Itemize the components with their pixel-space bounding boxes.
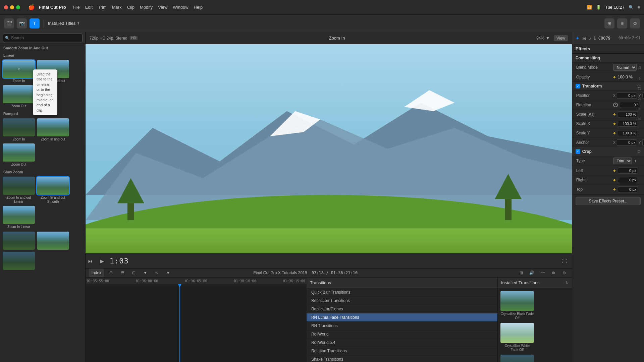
scale-y-controls: ◆ xyxy=(613,130,640,136)
menu-modify[interactable]: Modify xyxy=(140,5,153,10)
position-y-input[interactable] xyxy=(642,93,644,99)
list-item[interactable]: RollWorld xyxy=(307,330,497,339)
library-browser-icon[interactable]: 🎬 xyxy=(4,18,14,28)
fullscreen-button[interactable]: ⛶ xyxy=(560,256,569,266)
scale-y-input[interactable] xyxy=(618,130,638,136)
clip-options-button[interactable]: ⊡ xyxy=(129,268,138,277)
zoom-out-button[interactable]: ⊖ xyxy=(560,268,569,277)
zoom-in-button[interactable]: ⊕ xyxy=(549,268,558,277)
apple-icon[interactable]: 🍎 xyxy=(28,4,35,10)
timeline-dropdown-button[interactable]: ▼ xyxy=(141,268,150,277)
rewind-to-start-button[interactable]: ⏮ xyxy=(86,256,95,266)
list-item[interactable]: Zoom In and out Smooth xyxy=(37,177,69,204)
refresh-icon[interactable]: ↻ xyxy=(566,281,569,285)
list-item[interactable]: RN Transitions xyxy=(307,322,497,330)
scale-all-input[interactable] xyxy=(618,111,638,117)
list-item[interactable]: Shake Transitions xyxy=(307,355,497,362)
compositing-section-header[interactable]: Compositing xyxy=(572,54,644,63)
audio-icon[interactable]: ♪ xyxy=(589,36,591,41)
effects-icon[interactable]: ✦ xyxy=(576,36,580,41)
list-item[interactable]: Zoom In and out Linear xyxy=(3,177,35,204)
timeline-ruler: 01:35:55:00 01:36:00:00 01:36:05:00 01:3… xyxy=(86,278,307,362)
anchor-x-input[interactable] xyxy=(617,139,637,145)
crop-left-keyframe[interactable]: ◆ xyxy=(613,169,616,172)
installed-titles-label[interactable]: Installed Titles ⬆ xyxy=(48,21,79,26)
list-item[interactable]: Zoom In xyxy=(3,118,35,141)
play-button[interactable]: ▶ xyxy=(98,256,107,266)
filter-icon[interactable]: ⊟ xyxy=(582,36,586,41)
list-item[interactable]: Distort Black Fade Off xyxy=(500,355,534,362)
list-item[interactable]: Rotation Transitions xyxy=(307,347,497,355)
transform-checkbox[interactable]: ✓ xyxy=(576,84,580,88)
transform-section-header[interactable]: ✓ Transform ⊡ xyxy=(572,82,644,91)
position-x-input[interactable] xyxy=(617,93,637,99)
list-item[interactable]: Zoom Out xyxy=(3,143,35,167)
waveform-button[interactable]: 〰 xyxy=(538,268,547,277)
list-item[interactable] xyxy=(3,252,35,270)
menu-mark[interactable]: Mark xyxy=(112,5,122,10)
list-item[interactable]: RollWorld 5.4 xyxy=(307,339,497,347)
crop-right-keyframe[interactable]: ◆ xyxy=(613,178,616,182)
opacity-keyframe[interactable]: ◆ xyxy=(613,75,616,79)
list-icon[interactable]: ≡ xyxy=(617,18,627,28)
notification-icon[interactable]: ≡ xyxy=(638,5,640,10)
menu-edit[interactable]: Edit xyxy=(85,5,93,10)
list-item[interactable] xyxy=(37,232,69,250)
list-item[interactable]: Zoom In and out xyxy=(37,118,69,141)
list-item[interactable]: Crystallize Black Fade Off xyxy=(500,291,534,320)
anchor-y-input[interactable] xyxy=(642,139,644,145)
menu-file[interactable]: File xyxy=(73,5,80,10)
list-item[interactable]: Crystallize White Fade Off xyxy=(500,323,534,352)
clip-list-button[interactable]: ☰ xyxy=(118,268,127,277)
crop-checkbox[interactable]: ✓ xyxy=(576,149,580,154)
list-item[interactable]: Zoom Out xyxy=(3,85,35,108)
app-name[interactable]: Final Cut Pro xyxy=(39,5,66,10)
photos-browser-icon[interactable]: 📷 xyxy=(17,18,27,28)
minimize-button[interactable] xyxy=(10,5,14,9)
playback-timecode: 1:03 xyxy=(110,257,129,265)
info-icon[interactable]: ℹ xyxy=(594,36,596,41)
scale-y-keyframe[interactable]: ◆ xyxy=(613,131,616,135)
close-button[interactable] xyxy=(4,5,8,9)
fullscreen-button[interactable] xyxy=(16,5,20,9)
save-preset-button[interactable]: Save Effects Preset... xyxy=(576,197,641,205)
settings-icon[interactable]: ⚙ xyxy=(630,18,640,28)
crop-expand-icon[interactable]: ⊡ xyxy=(637,149,641,154)
crop-top-input[interactable] xyxy=(618,186,638,192)
tool-dropdown[interactable]: ▼ xyxy=(164,268,172,277)
list-item[interactable]: Reflection Transitions xyxy=(307,297,497,305)
titles-browser-icon[interactable]: T xyxy=(30,18,40,28)
menu-window[interactable]: Window xyxy=(173,5,188,10)
menu-trim[interactable]: Trim xyxy=(98,5,107,10)
view-button[interactable]: View xyxy=(554,35,568,41)
menu-help[interactable]: Help xyxy=(194,5,203,10)
list-item[interactable]: Quick Blur Transitions xyxy=(307,288,497,297)
blend-mode-dropdown[interactable]: Normal xyxy=(613,64,637,71)
search-input[interactable] xyxy=(3,34,83,42)
rotation-dial[interactable] xyxy=(613,103,618,107)
list-item[interactable]: Zoom In Linear xyxy=(3,206,35,229)
list-item[interactable] xyxy=(3,232,35,250)
audio-button[interactable]: 🔊 xyxy=(528,268,536,277)
clip-view-button[interactable]: ⊟ xyxy=(107,268,115,277)
scale-x-keyframe[interactable]: ◆ xyxy=(613,122,616,125)
scale-x-input[interactable] xyxy=(618,121,638,127)
list-item[interactable]: Replicator/Clones xyxy=(307,305,497,313)
list-item[interactable]: RN Luma Fade Transitions xyxy=(307,313,497,322)
crop-left-input[interactable] xyxy=(618,168,638,174)
pointer-tool[interactable]: ↖ xyxy=(152,268,161,277)
crop-section-header[interactable]: ✓ Crop ⊡ xyxy=(572,147,644,156)
snap-button[interactable]: ⊞ xyxy=(517,268,526,277)
grid-icon[interactable]: ⊞ xyxy=(604,18,614,28)
crop-type-label: Type xyxy=(576,159,613,163)
crop-top-keyframe[interactable]: ◆ xyxy=(613,187,616,191)
scale-all-keyframe[interactable]: ◆ xyxy=(613,112,616,116)
index-button[interactable]: Index xyxy=(89,268,104,277)
list-item[interactable]: ⟲ Zoom In Drag the title to the timeline… xyxy=(3,60,35,83)
menu-clip[interactable]: Clip xyxy=(127,5,135,10)
search-icon[interactable]: 🔍 xyxy=(629,5,634,10)
crop-type-dropdown[interactable]: Trim xyxy=(613,158,632,164)
playhead[interactable] xyxy=(179,285,180,362)
crop-right-input[interactable] xyxy=(618,177,638,183)
menu-view[interactable]: View xyxy=(158,5,167,10)
